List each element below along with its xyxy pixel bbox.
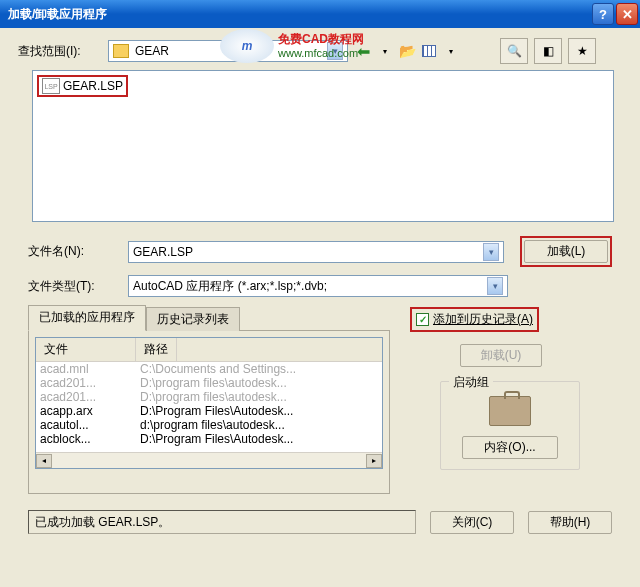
header-path[interactable]: 路径	[136, 338, 177, 361]
titlebar-help-button[interactable]: ?	[592, 3, 614, 25]
filename-label: 文件名(N):	[28, 243, 128, 260]
add-to-history-label: 添加到历史记录(A)	[433, 311, 533, 328]
nav-toolbar: ⬅ ▾ 📂 ▾	[354, 42, 460, 60]
lookin-value: GEAR	[135, 44, 327, 58]
add-to-history-checkbox[interactable]: ✓	[416, 313, 429, 326]
list-row[interactable]: acad201...D:\program files\autodesk...	[36, 390, 382, 404]
help-button[interactable]: 帮助(H)	[528, 511, 612, 534]
loaded-apps-list[interactable]: 文件 路径 acad.mnlC:\Documents and Settings.…	[35, 337, 383, 469]
up-button[interactable]: 📂	[398, 42, 416, 60]
tab-loaded-apps[interactable]: 已加载的应用程序	[28, 305, 146, 331]
tab-history[interactable]: 历史记录列表	[146, 307, 240, 331]
titlebar-close-button[interactable]: ✕	[616, 3, 638, 25]
file-item-gear-lsp[interactable]: LSP GEAR.LSP	[37, 75, 128, 97]
list-header: 文件 路径	[36, 338, 382, 362]
list-row[interactable]: acad.mnlC:\Documents and Settings...	[36, 362, 382, 376]
tool-preview-button[interactable]: ◧	[534, 38, 562, 64]
list-row[interactable]: acblock...D:\Program Files\Autodesk...	[36, 432, 382, 446]
back-button[interactable]: ⬅	[354, 42, 372, 60]
filetype-value: AutoCAD 应用程序 (*.arx;*.lsp;*.dvb;	[133, 278, 487, 295]
filetype-dropdown-button[interactable]: ▾	[487, 277, 503, 295]
filetype-combo[interactable]: AutoCAD 应用程序 (*.arx;*.lsp;*.dvb; ▾	[128, 275, 508, 297]
back-dropdown[interactable]: ▾	[376, 42, 394, 60]
file-list[interactable]: LSP GEAR.LSP	[32, 70, 614, 222]
scroll-right-button[interactable]: ▸	[366, 454, 382, 468]
filename-dropdown-button[interactable]: ▾	[483, 243, 499, 261]
lookin-combo[interactable]: GEAR ▾	[108, 40, 348, 62]
lookin-label: 查找范围(I):	[18, 43, 108, 60]
header-file[interactable]: 文件	[36, 338, 136, 361]
filename-combo[interactable]: GEAR.LSP ▾	[128, 241, 504, 263]
tool-find-button[interactable]: 🔍	[500, 38, 528, 64]
close-button[interactable]: 关闭(C)	[430, 511, 514, 534]
folder-icon	[113, 44, 129, 58]
filename-value: GEAR.LSP	[133, 245, 483, 259]
tab-strip: 已加载的应用程序 历史记录列表	[28, 305, 390, 331]
unload-button: 卸载(U)	[460, 344, 542, 367]
view-button[interactable]	[420, 42, 438, 60]
window-title: 加载/卸载应用程序	[8, 6, 590, 23]
tool-favorite-button[interactable]: ★	[568, 38, 596, 64]
status-bar: 已成功加载 GEAR.LSP。	[28, 510, 416, 534]
lsp-file-icon: LSP	[42, 78, 60, 94]
contents-button[interactable]: 内容(O)...	[462, 436, 558, 459]
scroll-left-button[interactable]: ◂	[36, 454, 52, 468]
filetype-label: 文件类型(T):	[28, 278, 128, 295]
lookin-dropdown-button[interactable]: ▾	[327, 42, 343, 60]
startup-group-legend: 启动组	[449, 374, 493, 391]
list-row[interactable]: acautol...d:\program files\autodesk...	[36, 418, 382, 432]
list-row[interactable]: acapp.arxD:\Program Files\Autodesk...	[36, 404, 382, 418]
list-row[interactable]: acad201...D:\program files\autodesk...	[36, 376, 382, 390]
tab-panel-loaded: 文件 路径 acad.mnlC:\Documents and Settings.…	[28, 330, 390, 494]
load-button[interactable]: 加载(L)	[524, 240, 608, 263]
horizontal-scrollbar[interactable]: ◂ ▸	[36, 452, 382, 468]
view-dropdown[interactable]: ▾	[442, 42, 460, 60]
titlebar: 加载/卸载应用程序 ? ✕	[0, 0, 640, 28]
startup-group-fieldset: 启动组 内容(O)...	[440, 381, 580, 470]
briefcase-icon[interactable]	[489, 396, 531, 426]
